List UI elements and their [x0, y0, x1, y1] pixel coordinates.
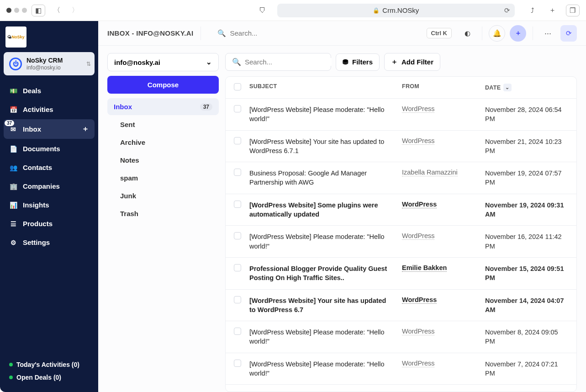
email-from[interactable]: WordPress	[402, 296, 437, 304]
email-from[interactable]: WordPress	[402, 201, 437, 208]
sidebar-bottom-item[interactable]: Open Deals (0)	[9, 371, 89, 384]
lock-icon: 🔒	[373, 7, 380, 14]
email-row[interactable]: [WordPress Website] Please moderate: "He…	[226, 99, 576, 131]
compose-button[interactable]: Compose	[107, 76, 219, 94]
email-row[interactable]: [WordPress Website] Your site has update…	[226, 290, 576, 322]
new-tab-icon[interactable]: ＋	[546, 5, 560, 16]
topbar: INBOX - INFO@NOSKY.AI 🔍 Ctrl K ◐ 🔔 ＋ ⋯ ⟳	[98, 21, 586, 46]
account-selected: info@nosky.ai	[114, 58, 160, 66]
email-subject: [WordPress Website] Please moderate: "He…	[249, 360, 402, 378]
select-all-checkbox[interactable]	[234, 83, 241, 90]
url-bar[interactable]: 🔒 Crm.NOSky ⟳	[277, 4, 515, 17]
folder-trash[interactable]: Trash	[107, 205, 219, 222]
sidebar-toggle-icon[interactable]: ◧	[32, 5, 45, 16]
nav-icon: 👥	[9, 164, 17, 171]
browser-toolbar: ◧ 〈 〉 ⛉ 🔒 Crm.NOSky ⟳ ⤴ ＋ ❐	[0, 0, 586, 21]
col-subject[interactable]: SUBJECT	[249, 83, 402, 92]
plus-icon[interactable]: ＋	[82, 124, 89, 134]
email-row[interactable]: [WordPress Website] Your site has update…	[226, 131, 576, 163]
url-text: Crm.NOSky	[382, 6, 419, 14]
email-from[interactable]: Izabella Ramazzini	[402, 169, 458, 176]
back-icon[interactable]: 〈	[50, 5, 63, 16]
row-checkbox[interactable]	[234, 169, 241, 176]
sidebar-item-insights[interactable]: 📊Insights	[4, 196, 95, 214]
nav-label: Activities	[23, 106, 53, 113]
email-row[interactable]: [WordPress Website] Please moderate: "He…	[226, 226, 576, 258]
sidebar-item-documents[interactable]: 📄Documents	[4, 140, 95, 158]
status-dot-icon	[9, 376, 13, 379]
nav-icon: 📊	[9, 201, 17, 209]
row-checkbox[interactable]	[234, 360, 241, 367]
more-icon[interactable]: ⋯	[539, 25, 556, 42]
sidebar-item-contacts[interactable]: 👥Contacts	[4, 159, 95, 176]
email-subject: [WordPress Website] Please moderate: "He…	[249, 105, 402, 124]
email-from[interactable]: WordPress	[402, 105, 434, 113]
email-date: November 21, 2024 10:23 PM	[485, 137, 568, 156]
row-checkbox[interactable]	[234, 105, 241, 112]
plus-icon: ＋	[391, 58, 398, 66]
nav-icon: ⚙	[9, 239, 17, 246]
folder-count: 37	[200, 103, 212, 111]
share-icon[interactable]: ⤴	[526, 5, 539, 16]
table-header: SUBJECT FROM DATE ⌄	[226, 77, 576, 99]
filters-button[interactable]: ⛃ Filters	[336, 53, 380, 71]
filter-icon: ⛃	[343, 58, 348, 66]
folder-sent[interactable]: Sent	[107, 116, 219, 133]
tabs-icon[interactable]: ❐	[566, 5, 580, 16]
row-checkbox[interactable]	[234, 232, 241, 239]
window-controls[interactable]	[6, 8, 27, 13]
org-name: NoSky CRM	[26, 57, 63, 64]
nav-label: Settings	[23, 238, 50, 246]
bell-icon[interactable]: 🔔	[489, 25, 505, 42]
row-checkbox[interactable]	[234, 137, 241, 144]
email-date: November 16, 2024 11:42 PM	[485, 232, 568, 251]
sidebar-item-products[interactable]: ☰Products	[4, 215, 95, 233]
sidebar-item-inbox[interactable]: 37✉Inbox＋	[4, 119, 95, 139]
refresh-button[interactable]: ⟳	[560, 25, 577, 42]
folder-notes[interactable]: Notes	[107, 152, 219, 169]
local-search[interactable]: 🔍	[225, 53, 331, 71]
email-from[interactable]: WordPress	[402, 360, 434, 367]
sidebar-item-activities[interactable]: 📅Activities	[4, 101, 95, 118]
sidebar-item-companies[interactable]: 🏢Companies	[4, 177, 95, 195]
email-from[interactable]: WordPress	[402, 232, 434, 240]
email-row[interactable]: [WordPress Website] Please moderate: "He…	[226, 321, 576, 353]
sidebar-bottom-item[interactable]: Today's Activities (0)	[9, 358, 89, 371]
email-from[interactable]: WordPress	[402, 137, 434, 145]
account-selector[interactable]: info@nosky.ai ⌄	[107, 53, 219, 71]
chevron-updown-icon: ⇅	[86, 61, 91, 67]
email-row[interactable]: Professional Blogger Provide Quality Gue…	[226, 258, 576, 290]
inbox-left-column: info@nosky.ai ⌄ Compose Inbox37SentArchi…	[107, 53, 219, 392]
theme-toggle-icon[interactable]: ◐	[459, 25, 475, 42]
email-from[interactable]: Emilie Bakken	[402, 264, 447, 272]
email-date: November 28, 2024 06:54 PM	[485, 105, 568, 124]
add-button[interactable]: ＋	[510, 25, 526, 42]
col-date[interactable]: DATE ⌄	[485, 83, 568, 92]
folder-inbox[interactable]: Inbox37	[107, 98, 219, 115]
local-search-input[interactable]	[245, 58, 332, 66]
global-search-input[interactable]	[230, 29, 422, 37]
col-from[interactable]: FROM	[402, 83, 485, 92]
email-row[interactable]: Business Proposal: Google Ad Manager Par…	[226, 162, 576, 194]
logo[interactable]: 🌤NoSky	[5, 26, 26, 48]
org-switcher[interactable]: ⏻ NoSky CRM info@nosky.io ⇅	[4, 52, 95, 75]
shield-icon[interactable]: ⛉	[256, 5, 269, 16]
nav-icon: 📄	[9, 145, 17, 153]
email-row[interactable]: [WordPress Website] Some plugins were au…	[226, 194, 576, 226]
row-checkbox[interactable]	[234, 264, 241, 271]
org-email: info@nosky.io	[26, 64, 63, 71]
sidebar-item-settings[interactable]: ⚙Settings	[4, 233, 95, 251]
row-checkbox[interactable]	[234, 328, 241, 335]
folder-archive[interactable]: Archive	[107, 134, 219, 151]
email-row[interactable]: [WordPress Website] Please moderate: "He…	[226, 353, 576, 385]
row-checkbox[interactable]	[234, 201, 241, 208]
folder-junk[interactable]: Junk	[107, 187, 219, 204]
sidebar-item-deals[interactable]: 💵Deals	[4, 82, 95, 100]
add-filter-button[interactable]: ＋ Add Filter	[384, 53, 440, 71]
row-checkbox[interactable]	[234, 296, 241, 303]
email-subject: Professional Blogger Provide Quality Gue…	[249, 264, 402, 283]
folder-spam[interactable]: spam	[107, 170, 219, 186]
reload-icon[interactable]: ⟳	[504, 6, 510, 15]
forward-icon[interactable]: 〉	[68, 5, 82, 16]
email-from[interactable]: WordPress	[402, 328, 434, 335]
